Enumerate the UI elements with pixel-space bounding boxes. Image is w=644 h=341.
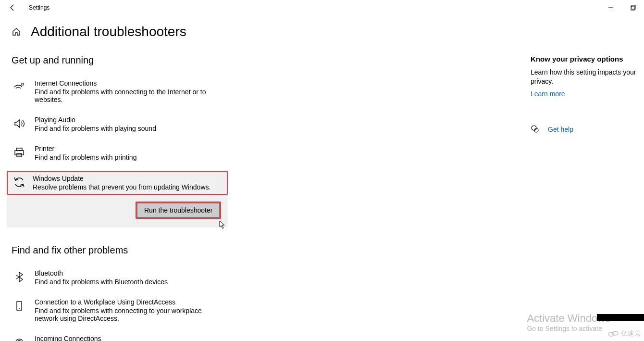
svg-point-12 xyxy=(612,331,618,335)
troubleshooter-title: Internet Connections xyxy=(35,79,217,87)
svg-rect-5 xyxy=(15,151,24,155)
troubleshooter-desc: Resolve problems that prevent you from u… xyxy=(33,183,211,191)
svg-point-8 xyxy=(19,308,20,309)
wifi-icon xyxy=(12,79,27,95)
page-title: Additional troubleshooters xyxy=(31,24,186,39)
logo-watermark: 亿速云 xyxy=(607,329,641,338)
troubleshooter-desc: Find and fix problems with printing xyxy=(35,153,136,161)
run-button-highlight: Run the troubleshooter xyxy=(136,202,221,219)
svg-rect-3 xyxy=(22,83,24,85)
update-icon xyxy=(12,175,27,190)
troubleshooter-title: Playing Audio xyxy=(35,116,156,124)
back-button[interactable] xyxy=(7,2,18,13)
svg-rect-4 xyxy=(16,148,22,151)
troubleshooter-internet[interactable]: Internet Connections Find and fix proble… xyxy=(12,76,233,106)
troubleshooter-bluetooth[interactable]: Bluetooth Find and fix problems with Blu… xyxy=(12,266,233,289)
troubleshooter-incoming[interactable]: Incoming Connections xyxy=(12,332,233,341)
logo-text: 亿速云 xyxy=(621,329,641,338)
troubleshooter-title: Windows Update xyxy=(33,175,211,182)
printer-icon xyxy=(12,145,27,160)
troubleshooter-desc: Find and fix problems with Bluetooth dev… xyxy=(35,278,168,286)
troubleshooter-desc: Find and fix problems with playing sound xyxy=(35,125,156,132)
workplace-icon xyxy=(12,298,27,314)
troubleshooter-printer[interactable]: Printer Find and fix problems with print… xyxy=(12,142,233,164)
troubleshooter-audio[interactable]: Playing Audio Find and fix problems with… xyxy=(12,113,233,135)
troubleshooter-directaccess[interactable]: Connection to a Workplace Using DirectAc… xyxy=(12,295,233,325)
troubleshooter-title: Bluetooth xyxy=(35,269,168,277)
privacy-heading: Know your privacy options xyxy=(531,55,641,63)
titlebar: Settings xyxy=(0,0,644,15)
learn-more-link[interactable]: Learn more xyxy=(531,90,641,98)
bluetooth-icon xyxy=(12,269,27,285)
privacy-desc: Learn how this setting impacts your priv… xyxy=(531,68,641,86)
get-help-link[interactable]: Get help xyxy=(548,126,573,133)
troubleshooter-title: Connection to a Workplace Using DirectAc… xyxy=(35,298,217,306)
help-icon xyxy=(531,125,539,135)
speaker-icon xyxy=(12,116,27,131)
maximize-button[interactable] xyxy=(622,0,644,15)
svg-rect-7 xyxy=(17,302,22,310)
svg-point-11 xyxy=(608,332,614,336)
section-heading-other: Find and fix other problems xyxy=(12,245,233,256)
svg-rect-1 xyxy=(631,6,634,10)
svg-point-9 xyxy=(532,126,536,130)
troubleshooter-windows-update[interactable]: Windows Update Resolve problems that pre… xyxy=(7,171,228,195)
window-title: Settings xyxy=(29,4,50,11)
troubleshooter-title: Printer xyxy=(35,145,136,152)
home-icon[interactable] xyxy=(12,27,21,37)
minimize-button[interactable] xyxy=(600,0,622,15)
troubleshooter-title: Incoming Connections xyxy=(35,335,101,341)
watermark-line2: Go to Settings to activate xyxy=(527,325,610,332)
run-troubleshooter-button[interactable]: Run the troubleshooter xyxy=(136,202,220,218)
incoming-icon xyxy=(12,335,27,341)
selected-troubleshooter-block: Windows Update Resolve problems that pre… xyxy=(7,171,228,227)
troubleshooter-desc: Find and fix problems with connecting to… xyxy=(35,88,217,103)
redaction-mask xyxy=(597,314,644,321)
svg-rect-2 xyxy=(632,5,635,9)
section-heading-getup: Get up and running xyxy=(12,55,233,66)
troubleshooter-desc: Find and fix problems with connecting to… xyxy=(35,307,217,322)
